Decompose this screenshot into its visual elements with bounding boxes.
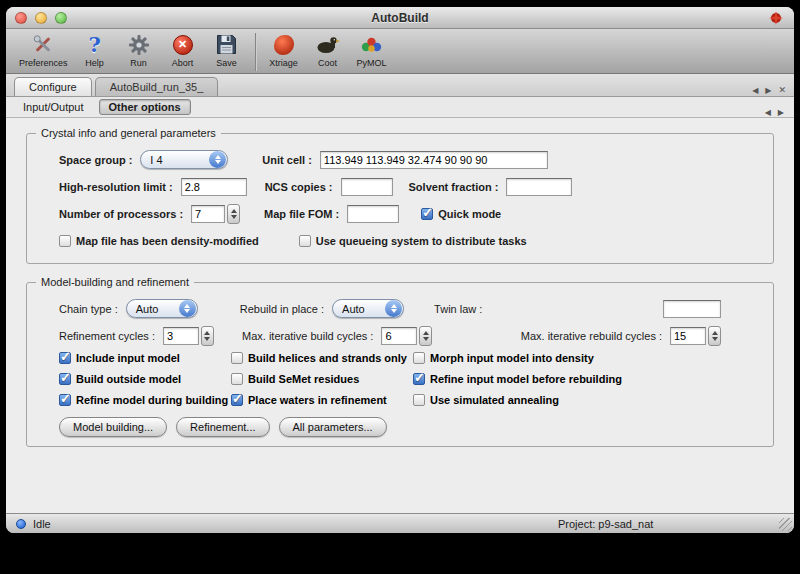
place-waters-checkbox[interactable]: Place waters in refinement — [231, 394, 413, 406]
chain-type-label: Chain type : — [59, 303, 118, 315]
checkbox-label: Build SeMet residues — [248, 373, 359, 385]
toolbar-label: PyMOL — [357, 58, 387, 68]
toolbar-abort-button[interactable]: ✕ Abort — [161, 31, 205, 68]
toolbar-run-button[interactable]: Run — [117, 31, 161, 68]
all-parameters-button[interactable]: All parameters... — [279, 417, 387, 437]
resolution-row: High-resolution limit : NCS copies : Sol… — [35, 173, 765, 200]
processors-stepper[interactable] — [227, 204, 240, 224]
minimize-window-button[interactable] — [35, 12, 47, 24]
build-cycles-stepper[interactable] — [419, 326, 432, 346]
subtab-scroll-right-icon[interactable] — [778, 101, 784, 119]
build-helices-checkbox[interactable]: Build helices and strands only — [231, 352, 413, 364]
checkbox-label: Build helices and strands only — [248, 352, 407, 364]
include-input-model-checkbox[interactable]: Include input model — [59, 352, 231, 364]
status-bar: Idle Project: p9-sad_nat — [6, 513, 794, 533]
simulated-annealing-checkbox[interactable]: Use simulated annealing — [413, 394, 765, 406]
refinement-cycles-stepper[interactable] — [201, 326, 214, 346]
zoom-window-button[interactable] — [55, 12, 67, 24]
toolbar-coot-button[interactable]: Coot — [306, 31, 350, 68]
build-outside-model-checkbox[interactable]: Build outside model — [59, 373, 231, 385]
rebuild-cycles-stepper[interactable] — [708, 326, 721, 346]
subtab-scroll-left-icon[interactable] — [765, 101, 771, 119]
abort-icon: ✕ — [173, 31, 193, 58]
model-building-group: Model-building and refinement Chain type… — [26, 282, 774, 447]
toolbar-help-button[interactable]: ? Help — [73, 31, 117, 68]
phenix-logo-icon — [768, 10, 784, 30]
solvent-fraction-label: Solvent fraction : — [409, 181, 499, 193]
space-group-select[interactable]: I 4 — [140, 150, 228, 169]
space-group-value: I 4 — [150, 154, 162, 166]
content-area: Crystal info and general parameters Spac… — [6, 118, 794, 513]
space-group-row: Space group : I 4 Unit cell : — [35, 146, 765, 173]
tab-scroll-left-icon[interactable] — [752, 79, 758, 97]
processors-input[interactable] — [191, 205, 225, 223]
ncs-copies-input[interactable] — [341, 178, 393, 196]
tab-configure[interactable]: Configure — [14, 77, 92, 96]
rebuild-cycles-input[interactable] — [670, 327, 706, 345]
high-res-input[interactable] — [181, 178, 247, 196]
queueing-checkbox[interactable]: Use queueing system to distribute tasks — [299, 235, 527, 247]
morph-model-checkbox[interactable]: Morph input model into density — [413, 352, 765, 364]
quick-mode-checkbox[interactable]: Quick mode — [421, 208, 501, 220]
model-options-grid: Include input model Build helices and st… — [35, 349, 765, 406]
twin-law-label: Twin law : — [434, 303, 482, 315]
checkbox-box[interactable] — [59, 373, 71, 385]
checkbox-label: Build outside model — [76, 373, 181, 385]
tab-input-output[interactable]: Input/Output — [14, 99, 93, 115]
map-fom-label: Map file FOM : — [264, 208, 339, 220]
refine-during-building-checkbox[interactable]: Refine model during building — [59, 394, 231, 406]
titlebar[interactable]: AutoBuild — [6, 7, 794, 29]
checkbox-box[interactable] — [231, 394, 243, 406]
unit-cell-input[interactable] — [320, 151, 548, 169]
tab-scroll-right-icon[interactable] — [765, 79, 771, 97]
map-options-row: Map file has been density-modified Use q… — [35, 227, 765, 254]
checkbox-box[interactable] — [59, 352, 71, 364]
map-fom-input[interactable] — [347, 205, 399, 223]
crystal-info-group: Crystal info and general parameters Spac… — [26, 133, 774, 264]
pymol-icon — [359, 31, 384, 58]
checkbox-box[interactable] — [413, 373, 425, 385]
twin-law-input[interactable] — [663, 300, 721, 318]
checkbox-label: Morph input model into density — [430, 352, 594, 364]
model-building-button[interactable]: Model building... — [59, 417, 167, 437]
popup-arrows-icon — [209, 151, 226, 168]
close-window-button[interactable] — [15, 12, 27, 24]
toolbar-label: Run — [130, 58, 147, 68]
density-modified-checkbox[interactable]: Map file has been density-modified — [59, 235, 259, 247]
checkbox-box[interactable] — [299, 235, 311, 247]
checkbox-box[interactable] — [413, 352, 425, 364]
checkbox-box[interactable] — [231, 352, 243, 364]
parameter-buttons-row: Model building... Refinement... All para… — [35, 417, 765, 437]
toolbar-save-button[interactable]: Save — [205, 31, 249, 68]
toolbar-label: Help — [85, 58, 104, 68]
checkbox-box[interactable] — [59, 235, 71, 247]
subtab-label: Input/Output — [23, 101, 84, 113]
solvent-fraction-input[interactable] — [506, 178, 572, 196]
sub-tab-bar: Input/Output Other options — [6, 97, 794, 118]
checkbox-box[interactable] — [59, 394, 71, 406]
tab-close-icon[interactable] — [778, 79, 786, 97]
toolbar-preferences-button[interactable]: Preferences — [14, 31, 73, 68]
checkbox-box[interactable] — [413, 394, 425, 406]
toolbar-xtriage-button[interactable]: Xtriage — [262, 31, 306, 68]
traffic-lights — [15, 12, 67, 24]
build-semet-checkbox[interactable]: Build SeMet residues — [231, 373, 413, 385]
checkbox-box[interactable] — [421, 208, 433, 220]
resize-grip[interactable] — [779, 518, 792, 531]
subtab-label: Other options — [109, 101, 181, 113]
tab-other-options[interactable]: Other options — [99, 99, 191, 115]
subtab-controls — [765, 101, 784, 119]
checkbox-label: Refine model during building — [76, 394, 228, 406]
checkbox-box[interactable] — [231, 373, 243, 385]
rebuild-in-place-select[interactable]: Auto — [332, 299, 404, 318]
tab-label: Configure — [29, 81, 77, 93]
tab-autobuild-run[interactable]: AutoBuild_run_35_ — [95, 77, 219, 96]
refine-before-rebuild-checkbox[interactable]: Refine input model before rebuilding — [413, 373, 765, 385]
toolbar-label: Coot — [318, 58, 337, 68]
refinement-cycles-input[interactable] — [163, 327, 199, 345]
chain-type-select[interactable]: Auto — [126, 299, 198, 318]
refinement-button[interactable]: Refinement... — [176, 417, 269, 437]
build-cycles-input[interactable] — [381, 327, 417, 345]
checkbox-label: Include input model — [76, 352, 180, 364]
toolbar-pymol-button[interactable]: PyMOL — [350, 31, 394, 68]
